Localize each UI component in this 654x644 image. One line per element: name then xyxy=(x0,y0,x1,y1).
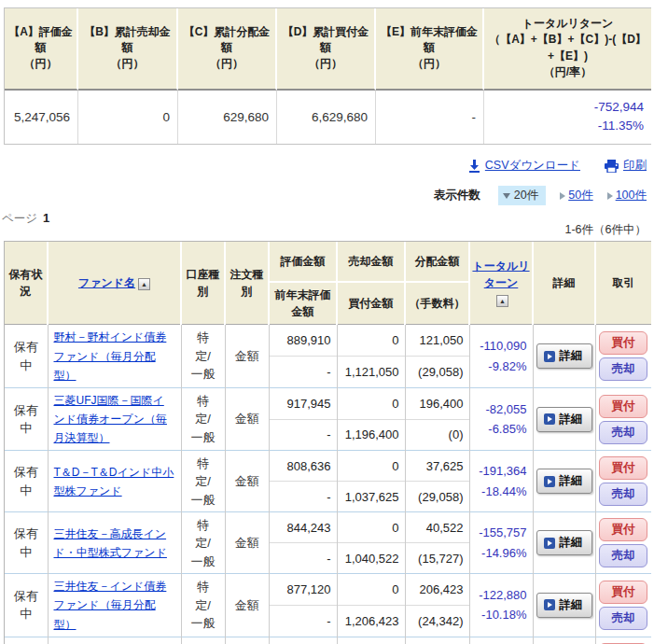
total-return-value: -122,880 -10.18% xyxy=(469,574,533,637)
page-indicator: ページ1 xyxy=(2,209,49,227)
detail-button[interactable]: 詳細 xyxy=(536,469,592,494)
fund-name-cell: 三菱UFJ国際－国際インド債券オープン（毎月決算型） xyxy=(48,387,181,450)
prev-year-eval-amount: - xyxy=(269,482,337,512)
account-type: 特定/一般 xyxy=(181,325,225,387)
total-return-value: -191,364 -18.44% xyxy=(469,451,533,512)
prev-year-eval-amount: - xyxy=(269,357,337,388)
sell-button[interactable]: 売却 xyxy=(599,421,647,444)
trade-cell: 買付 売却 xyxy=(595,451,651,512)
summary-header-e: 【E】前年末評価金額（円） xyxy=(376,8,484,91)
sell-button[interactable]: 売却 xyxy=(599,607,647,630)
header-account-type: 口座種別 xyxy=(181,242,225,325)
detail-cell: 詳細 xyxy=(533,512,595,574)
order-type: 金額 xyxy=(225,637,269,644)
detail-arrow-icon xyxy=(544,538,555,549)
sell-button[interactable]: 売却 xyxy=(599,357,647,381)
account-type: 特定/一般 xyxy=(181,451,225,512)
fee-amount: (0) xyxy=(405,419,469,451)
dist-amount: 121,050 xyxy=(405,325,469,357)
fund-link[interactable]: 野村－野村インド債券ファンド（毎月分配型） xyxy=(54,330,167,381)
display-count-option-50[interactable]: 50件 xyxy=(560,188,592,203)
display-count-option-100[interactable]: 100件 xyxy=(607,188,647,203)
header-trade: 取引 xyxy=(595,242,651,325)
eval-amount: 909,202 xyxy=(269,637,337,644)
sell-amount: 0 xyxy=(337,637,405,644)
prev-year-eval-amount: - xyxy=(269,605,337,637)
buy-button[interactable]: 買付 xyxy=(599,331,647,355)
csv-download-link[interactable]: CSVダウンロード xyxy=(468,158,580,174)
summary-value-c: 629,680 xyxy=(178,91,277,145)
order-type: 金額 xyxy=(225,574,269,637)
summary-value-row: 5,247,056 0 629,680 6,629,680 - -752,944… xyxy=(5,91,651,145)
detail-button[interactable]: 詳細 xyxy=(536,530,592,555)
fee-amount: (29,058) xyxy=(405,357,469,388)
sell-button[interactable]: 売却 xyxy=(599,544,647,567)
sell-amount: 0 xyxy=(337,387,405,419)
detail-cell: 詳細 xyxy=(533,574,595,637)
detail-button[interactable]: 詳細 xyxy=(536,343,592,369)
holding-status: 保有中 xyxy=(5,325,48,387)
trade-cell: 買付 売却 xyxy=(595,325,651,387)
fee-amount: (29,058) xyxy=(405,482,469,512)
detail-cell: 詳細 xyxy=(533,451,595,512)
holdings-page: 【A】評価金額（円） 【B】累計売却金額（円） 【C】累計分配金額（円） 【D】… xyxy=(0,0,654,644)
total-return-value: -90,798 -8.83% xyxy=(469,637,533,644)
page-label: ページ xyxy=(2,212,37,225)
header-fee: （手数料） xyxy=(405,282,469,325)
summary-header-d: 【D】累計買付金額（円） xyxy=(277,8,376,91)
sell-button[interactable]: 売却 xyxy=(599,483,647,506)
header-order-type: 注文種別 xyxy=(225,242,269,325)
buy-button[interactable]: 買付 xyxy=(599,395,647,418)
sell-amount: 0 xyxy=(337,574,405,606)
sell-amount: 0 xyxy=(337,325,405,357)
fund-row: 保有中 イーストスプリ－イーストスプリング・インド消費関連ファンド 特定/一般 … xyxy=(5,637,651,644)
holding-status: 保有中 xyxy=(5,574,48,637)
header-prev-year-eval: 前年末評価金額 xyxy=(269,282,337,325)
header-sell-amount: 売却金額 xyxy=(337,242,405,282)
toolbar: CSVダウンロード 印刷 xyxy=(0,158,647,174)
summary-total-return-value: -752,944 -11.35% xyxy=(484,91,651,145)
fund-link[interactable]: 三菱UFJ国際－国際インド債券オープン（毎月決算型） xyxy=(54,394,167,444)
funds-table: 保有状況 ファンド名▲ 口座種別 注文種別 評価金額 売却金額 分配金額 トータ… xyxy=(4,241,651,644)
summary-header-a: 【A】評価金額（円） xyxy=(5,8,78,91)
fund-row: 保有中 T＆D－T＆Dインド中小型株ファンド 特定/一般 金額 808,636 … xyxy=(5,451,651,482)
dist-amount: 206,423 xyxy=(405,574,469,606)
fund-link[interactable]: 三井住友－インド債券ファンド（毎月分配型） xyxy=(54,580,167,630)
order-type: 金額 xyxy=(225,451,269,512)
header-detail: 詳細 xyxy=(533,242,595,325)
display-count-option-20[interactable]: 20件 xyxy=(498,186,546,205)
sort-asc-icon[interactable]: ▲ xyxy=(496,295,508,307)
detail-arrow-icon xyxy=(544,476,555,487)
fund-name-cell: 野村－野村インド債券ファンド（毎月分配型） xyxy=(48,325,181,387)
detail-cell: 詳細 xyxy=(533,637,595,644)
fund-row: 保有中 三菱UFJ国際－国際インド債券オープン（毎月決算型） 特定/一般 金額 … xyxy=(5,387,651,419)
arrow-right-icon xyxy=(607,192,613,200)
trade-cell: 買付 売却 xyxy=(595,637,651,644)
fee-amount: (24,342) xyxy=(405,605,469,637)
buy-amount: 1,121,050 xyxy=(337,357,405,388)
buy-amount: 1,040,522 xyxy=(337,543,405,574)
fund-link[interactable]: 三井住友－高成長インド・中型株式ファンド xyxy=(54,527,167,559)
fund-link[interactable]: T＆D－T＆Dインド中小型株ファンド xyxy=(54,466,174,497)
print-link[interactable]: 印刷 xyxy=(605,158,647,174)
fund-name-sort-link[interactable]: ファンド名 xyxy=(78,276,135,289)
dist-amount: 37,625 xyxy=(405,451,469,482)
sort-asc-icon[interactable]: ▲ xyxy=(138,278,150,290)
detail-button[interactable]: 詳細 xyxy=(536,593,592,618)
download-icon xyxy=(468,160,480,173)
detail-button[interactable]: 詳細 xyxy=(536,407,592,432)
order-type: 金額 xyxy=(225,512,269,574)
order-type: 金額 xyxy=(225,325,269,387)
buy-button[interactable]: 買付 xyxy=(599,518,647,541)
total-return-sort-link[interactable]: トータルリターン xyxy=(472,259,529,289)
total-return-value: -110,090 -9.82% xyxy=(469,325,533,387)
fund-row: 保有中 野村－野村インド債券ファンド（毎月分配型） 特定/一般 金額 889,9… xyxy=(5,325,651,357)
buy-button[interactable]: 買付 xyxy=(599,456,647,480)
detail-arrow-icon xyxy=(544,351,555,362)
summary-header-row: 【A】評価金額（円） 【B】累計売却金額（円） 【C】累計分配金額（円） 【D】… xyxy=(5,8,651,91)
fund-name-cell: イーストスプリ－イーストスプリング・インド消費関連ファンド xyxy=(48,637,181,644)
buy-button[interactable]: 買付 xyxy=(599,581,647,604)
account-type: 特定/一般 xyxy=(181,574,225,637)
summary-header-b: 【B】累計売却金額（円） xyxy=(78,8,178,91)
dist-amount: 27,660 xyxy=(405,637,469,644)
